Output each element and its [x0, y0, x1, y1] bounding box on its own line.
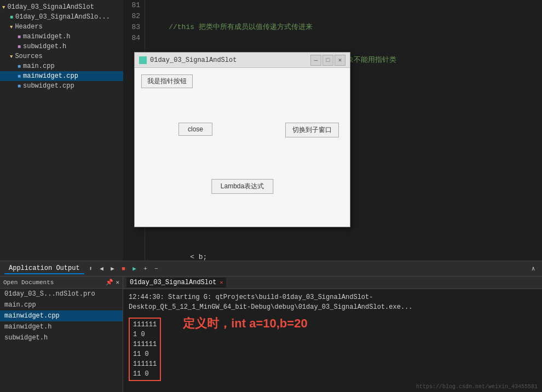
- bottom-content: Open Documents 📌 ✕ 01day_03_S...ndSlot.p…: [0, 276, 542, 392]
- mainwidget-h-label: mainwidget.h: [23, 33, 70, 41]
- sidebar-item-headers[interactable]: Headers: [0, 22, 123, 32]
- console-line-6: 11 0: [133, 369, 157, 379]
- folder-expand-icon: [2, 4, 5, 10]
- mainwidget-h-icon: [18, 33, 21, 40]
- main-cpp-icon: [18, 63, 21, 70]
- sidebar-item-pro[interactable]: 01day_03_SignalAndSlo...: [0, 12, 123, 22]
- qt-body: 我是指针按钮 close 切换到子窗口 Lambda表达式: [135, 68, 350, 227]
- output-stop-icon[interactable]: ■: [119, 264, 128, 273]
- open-docs-panel: Open Documents 📌 ✕ 01day_03_S...ndSlot.p…: [0, 276, 123, 392]
- output-next-icon[interactable]: ▶: [108, 264, 117, 273]
- open-docs-title: Open Documents: [3, 279, 54, 286]
- editor-area: 81 82 83 84 //this 把类中所有成员以值传递方式传进来 // &…: [123, 0, 542, 261]
- output-collapse-icon[interactable]: ∧: [529, 264, 538, 273]
- open-docs-close-icon[interactable]: ✕: [116, 279, 119, 286]
- mainwidget-cpp-label: mainwidget.cpp: [23, 72, 78, 80]
- app-output-toolbar: Application Output ⬆ ◀ ▶ ■ ▶ + − ∧: [0, 261, 542, 276]
- output-line-2: Desktop_Qt_5_12_1_MinGW_64_bit-Debug\deb…: [129, 302, 537, 312]
- console-line-3: 111111: [133, 339, 157, 349]
- qt-maximize-btn[interactable]: □: [322, 55, 333, 66]
- open-docs-mainwidget-cpp[interactable]: mainwidget.cpp: [0, 310, 123, 321]
- open-docs-pro[interactable]: 01day_03_S...ndSlot.pro: [0, 289, 123, 299]
- sidebar-item-mainwidget-h[interactable]: mainwidget.h: [0, 32, 123, 42]
- main-cpp-label: main.cpp: [23, 62, 55, 70]
- output-data-row: 111111 1 0 111111 11 0 111111 11 0 定义时，i…: [129, 315, 537, 381]
- console-line-5: 111111: [133, 359, 157, 369]
- output-run-icon[interactable]: ▶: [130, 264, 139, 273]
- sources-folder-icon: [10, 53, 13, 60]
- headers-label: Headers: [15, 23, 42, 31]
- headers-folder-icon: [10, 24, 13, 30]
- qt-switch-button[interactable]: 切换到子窗口: [285, 123, 339, 137]
- sources-label: Sources: [15, 53, 42, 60]
- output-prev-icon[interactable]: ◀: [97, 264, 106, 273]
- console-line-1: 111111: [133, 320, 157, 330]
- subwidget-cpp-label: subwidget.cpp: [23, 82, 74, 90]
- output-add-icon[interactable]: +: [141, 264, 150, 273]
- app-output-area: 01day_03_SignalAndSlot ✕ 12:44:30: Start…: [123, 276, 542, 392]
- qt-minimize-btn[interactable]: —: [310, 55, 321, 66]
- open-docs-pin-icon[interactable]: 📌: [106, 279, 113, 286]
- main-area: 01day_03_SignalAndSlot 01day_03_SignalAn…: [0, 0, 542, 261]
- subwidget-cpp-icon: [18, 83, 21, 89]
- console-line-2: 1 0: [133, 330, 157, 339]
- output-minus-icon[interactable]: −: [152, 264, 161, 273]
- pro-file-label: 01day_03_SignalAndSlo...: [15, 13, 110, 21]
- pro-file-icon: [10, 14, 13, 20]
- open-docs-main[interactable]: main.cpp: [0, 299, 123, 310]
- output-upload-icon[interactable]: ⬆: [87, 264, 95, 273]
- code-line-88: < b;: [152, 252, 535, 261]
- qt-close-btn[interactable]: ✕: [335, 55, 345, 66]
- qt-titlebar: 01day_03_SignalAndSlot — □ ✕: [135, 53, 350, 68]
- qt-close-button[interactable]: close: [178, 123, 212, 136]
- result-text: 定义时，int a=10,b=20: [183, 315, 307, 332]
- sidebar-item-project[interactable]: 01day_03_SignalAndSlot: [0, 2, 123, 12]
- mainwidget-cpp-icon: [18, 73, 21, 79]
- qt-app-window: 01day_03_SignalAndSlot — □ ✕ 我是指针按钮 clos…: [134, 52, 350, 227]
- code-line-81: //this 把类中所有成员以值传递方式传进来: [152, 22, 535, 33]
- sidebar-item-subwidget-h[interactable]: subwidget.h: [0, 42, 123, 51]
- qt-title-text: 01day_03_SignalAndSlot: [150, 56, 310, 64]
- sidebar-item-mainwidget-cpp[interactable]: mainwidget.cpp: [0, 71, 123, 81]
- qt-lambda-button[interactable]: Lambda表达式: [211, 179, 273, 194]
- bottom-panel: Application Output ⬆ ◀ ▶ ■ ▶ + − ∧ Open …: [0, 261, 542, 392]
- sidebar-item-main-cpp[interactable]: main.cpp: [0, 61, 123, 71]
- qt-title-icon: [139, 56, 147, 64]
- output-line-1: 12:44:30: Starting G: qtProjects\build-0…: [129, 292, 537, 302]
- project-label: 01day_03_SignalAndSlot: [7, 3, 94, 11]
- open-docs-header: Open Documents 📌 ✕: [0, 276, 123, 289]
- qt-pointer-button[interactable]: 我是指针按钮: [141, 74, 193, 88]
- sidebar-item-sources[interactable]: Sources: [0, 51, 123, 61]
- output-tab-row: 01day_03_SignalAndSlot ✕: [123, 276, 542, 289]
- output-tab-close[interactable]: ✕: [220, 279, 223, 286]
- output-tab-signal[interactable]: 01day_03_SignalAndSlot ✕: [126, 278, 226, 287]
- app-output-tab[interactable]: Application Output: [4, 263, 84, 274]
- sidebar: 01day_03_SignalAndSlot 01day_03_SignalAn…: [0, 0, 123, 261]
- console-line-4: 11 0: [133, 349, 157, 359]
- qt-controls: — □ ✕: [310, 55, 345, 66]
- open-docs-mainwidget-h[interactable]: mainwidget.h: [0, 321, 123, 332]
- app-output-content: 12:44:30: Starting G: qtProjects\build-0…: [123, 289, 542, 392]
- subwidget-h-label: subwidget.h: [23, 43, 66, 50]
- watermark: https://blog.csdn.net/weixin_43455581: [416, 384, 538, 390]
- sidebar-item-subwidget-cpp[interactable]: subwidget.cpp: [0, 81, 123, 91]
- console-output-box: 111111 1 0 111111 11 0 111111 11 0: [129, 318, 161, 381]
- subwidget-h-icon: [18, 43, 21, 50]
- open-docs-subwidget-h[interactable]: subwidget.h: [0, 332, 123, 343]
